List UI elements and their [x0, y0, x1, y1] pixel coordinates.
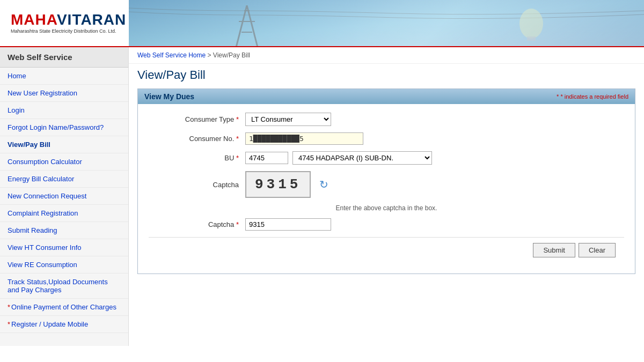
logo-text: MAHAVITARAN Maharashtra State Electricit… [11, 12, 126, 34]
sidebar-item-view-re-consumption[interactable]: View RE Consumption [0, 256, 128, 274]
sidebar-item-track-status[interactable]: Track Status,Upload Documents and Pay Ch… [0, 274, 128, 299]
form-body: Consumer Type * LT Consumer HT Consumer … [138, 104, 635, 274]
logo-sub: Maharashtra State Electricity Distributi… [11, 28, 126, 34]
captcha-answer-label: Captcha * [149, 220, 245, 228]
captcha-refresh-icon[interactable]: ↻ [319, 178, 328, 191]
consumer-no-row: Consumer No. * [149, 132, 624, 145]
button-row: Submit Clear [149, 237, 624, 263]
bu-code-input[interactable] [245, 152, 288, 164]
required-note: * * indicates a required field [557, 93, 628, 100]
consumer-no-field [245, 132, 624, 145]
sidebar-item-submit-reading[interactable]: Submit Reading [0, 222, 128, 239]
consumer-no-input[interactable] [245, 132, 363, 145]
form-container: View My Dues * * indicates a required fi… [137, 88, 635, 274]
page-title: View/Pay Bill [129, 64, 644, 88]
captcha-answer-row: Captcha * [149, 218, 624, 231]
breadcrumb-separator: > [208, 51, 213, 59]
consumer-no-label: Consumer No. * [149, 135, 245, 143]
main-content: Web Self Service Home > View/Pay Bill Vi… [129, 47, 644, 346]
consumer-type-field: LT Consumer HT Consumer [245, 113, 624, 126]
sidebar-item-consumption-calculator[interactable]: Consumption Calculator [0, 153, 128, 171]
sidebar-item-login[interactable]: Login [0, 102, 128, 119]
logo-brand: MAHAVITARAN [11, 12, 126, 27]
captcha-hint: Enter the above captcha in the box. [149, 204, 624, 212]
breadcrumb-home-link[interactable]: Web Self Service Home [137, 51, 206, 59]
svg-rect-11 [527, 36, 536, 41]
sidebar-item-new-connection-request[interactable]: New Connection Request [0, 188, 128, 205]
bu-required: * [236, 154, 239, 162]
clear-button[interactable]: Clear [579, 243, 616, 257]
consumer-type-label: Consumer Type * [149, 115, 245, 123]
sidebar-item-home[interactable]: Home [0, 68, 128, 85]
sidebar-item-complaint-registration[interactable]: Complaint Registration [0, 205, 128, 222]
svg-point-10 [519, 9, 543, 39]
sidebar-item-forgot-login[interactable]: Forgot Login Name/Password? [0, 119, 128, 136]
captcha-answer-field [245, 218, 624, 231]
logo-maha: MAHA [11, 11, 57, 28]
header: MAHAVITARAN Maharashtra State Electricit… [0, 0, 644, 47]
sidebar-title: Web Self Service [0, 47, 128, 68]
layout: Web Self Service Home New User Registrat… [0, 47, 644, 346]
captcha-answer-input[interactable] [245, 218, 331, 231]
consumer-type-row: Consumer Type * LT Consumer HT Consumer [149, 113, 624, 126]
sidebar-item-online-payment[interactable]: *Online Payment of Other Charges [0, 299, 128, 316]
asterisk-icon: * [8, 303, 10, 311]
sidebar-item-new-user-registration[interactable]: New User Registration [0, 85, 128, 102]
captcha-display-label: Captcha [149, 181, 245, 189]
sidebar-item-view-ht-consumer-info[interactable]: View HT Consumer Info [0, 239, 128, 256]
sidebar-item-register-mobile[interactable]: *Register / Update Mobile [0, 316, 128, 333]
consumer-type-select[interactable]: LT Consumer HT Consumer [245, 113, 331, 126]
captcha-display-row: Captcha 9315 ↻ [149, 171, 624, 198]
bu-row: BU * 4745 HADAPSAR (I) SUB-DN. [149, 151, 624, 165]
sidebar-item-view-pay-bill[interactable]: View/Pay Bill [0, 136, 128, 153]
bu-label: BU * [149, 154, 245, 162]
banner-svg [129, 0, 644, 46]
sidebar-item-energy-bill-calculator[interactable]: Energy Bill Calculator [0, 171, 128, 188]
svg-rect-4 [129, 0, 644, 46]
submit-button[interactable]: Submit [533, 243, 575, 257]
form-header: View My Dues * * indicates a required fi… [138, 89, 635, 104]
asterisk-icon-2: * [8, 320, 10, 328]
captcha-required: * [236, 220, 239, 228]
logo-vitaran: VITARAN [57, 11, 126, 28]
sidebar: Web Self Service Home New User Registrat… [0, 47, 129, 346]
header-banner [129, 0, 644, 46]
breadcrumb-current: View/Pay Bill [213, 51, 250, 59]
captcha-image: 9315 [245, 171, 311, 198]
form-section-title: View My Dues [144, 92, 194, 101]
bu-field: 4745 HADAPSAR (I) SUB-DN. [245, 151, 624, 165]
consumer-no-required: * [236, 135, 239, 143]
consumer-type-required: * [236, 115, 239, 123]
logo-area: MAHAVITARAN Maharashtra State Electricit… [0, 0, 129, 46]
bu-name-select[interactable]: 4745 HADAPSAR (I) SUB-DN. [292, 151, 432, 165]
breadcrumb: Web Self Service Home > View/Pay Bill [129, 47, 644, 64]
